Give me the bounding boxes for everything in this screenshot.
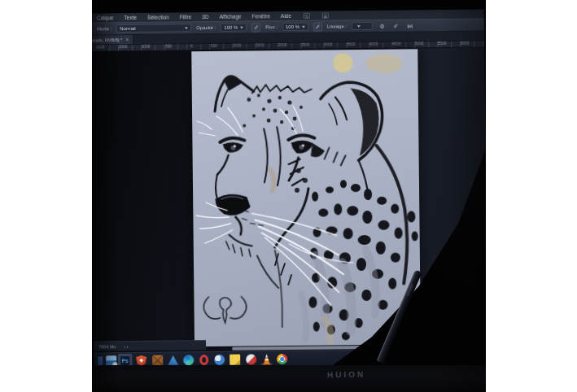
- blend-mode-dropdown[interactable]: Normal: [116, 24, 191, 33]
- brave-icon: [136, 355, 146, 366]
- ruler-tick-label: 500: [165, 44, 172, 48]
- monitor-bezel: HUION: [92, 365, 486, 392]
- wooden-crate-icon: [152, 355, 163, 366]
- ruler-tick-label: 2500: [301, 43, 310, 47]
- ruler-tick-label: 4500: [392, 42, 401, 46]
- smoothing-gear-icon[interactable]: ⚙: [378, 21, 387, 30]
- menu-pen-icon[interactable]: ✎: [304, 13, 310, 19]
- opera-icon[interactable]: [198, 354, 210, 366]
- chevron-down-icon: [357, 25, 361, 28]
- menu-item-1[interactable]: Texte: [124, 15, 137, 20]
- airbrush-icon[interactable]: ✐: [313, 22, 322, 31]
- blue-round-app-icon[interactable]: [213, 354, 225, 366]
- pen-pressure-opacity-icon[interactable]: ✐: [251, 23, 260, 32]
- symmetry-icon[interactable]: ⋈: [405, 21, 414, 30]
- opacity-field[interactable]: 100 %: [221, 24, 247, 32]
- status-nav-chevrons[interactable]: › ‹: [124, 344, 128, 349]
- ruler-tick-label: 500: [211, 44, 217, 48]
- menu-item-0[interactable]: Calque: [97, 15, 114, 20]
- sticky-notes-icon: [229, 355, 240, 365]
- blue-triangle-icon: [168, 355, 178, 365]
- smoothing-label: Lissage :: [327, 24, 347, 28]
- ruler-tick-label: 3500: [347, 42, 356, 46]
- ruler-tick-label: 1500: [256, 43, 264, 47]
- mode-label: Mode :: [97, 26, 111, 31]
- huion-logo: HUION: [327, 370, 365, 380]
- canvas-paper[interactable]: [191, 49, 421, 346]
- ruler-tick-label: 3000: [324, 42, 333, 46]
- document-tab[interactable]: étails, RVB/8) * ×: [92, 35, 133, 45]
- opera-icon: [199, 355, 208, 365]
- chrome-icon[interactable]: [276, 353, 288, 365]
- artist-signature-mark: [203, 297, 247, 324]
- menu-item-6[interactable]: Fenêtre: [251, 13, 269, 19]
- vlc-icon: [261, 354, 272, 364]
- flow-field[interactable]: 100 %: [282, 23, 308, 31]
- cheetah-artwork: [191, 49, 421, 346]
- red-shield-app-icon[interactable]: [245, 353, 257, 365]
- opacity-label: Opacité :: [196, 25, 216, 30]
- edge-icon: [183, 355, 194, 365]
- smoothing-field[interactable]: [352, 22, 373, 30]
- photographed-monitor: CalqueTexteSélectionFiltre3DAffichageFen…: [92, 0, 486, 392]
- menu-item-4[interactable]: 3D: [202, 14, 208, 20]
- close-icon[interactable]: ×: [125, 37, 129, 42]
- menu-share-icon[interactable]: ⧉: [322, 12, 329, 18]
- vlc-icon[interactable]: [260, 353, 273, 365]
- ruler-tick-label: 2000: [96, 45, 105, 49]
- blend-mode-value: Normal: [120, 26, 135, 31]
- menu-item-2[interactable]: Sélection: [147, 15, 169, 20]
- document-tab-title: étails, RVB/8) *: [92, 37, 122, 42]
- ruler-tick-label: 5000: [415, 41, 424, 46]
- ruler-tick-label: 2000: [278, 43, 287, 47]
- ruler-tick-label: 0: [190, 44, 193, 48]
- opacity-value: 100 %: [224, 25, 238, 30]
- ruler-tick-label: 6000: [461, 41, 470, 46]
- chevron-down-icon: [240, 26, 243, 28]
- chevron-down-icon: [185, 27, 188, 29]
- menu-item-7[interactable]: Aide: [281, 13, 291, 19]
- beige-smudge: [365, 54, 402, 74]
- ruler-tick-label: 5500: [438, 41, 447, 46]
- menu-item-3[interactable]: Filtre: [180, 14, 192, 20]
- chrome-icon: [277, 354, 287, 364]
- blue-round-app-icon: [214, 355, 225, 365]
- moon-paint-blob: [333, 53, 352, 72]
- flow-value: 100 %: [286, 24, 299, 29]
- ruler-tick-label: 4000: [369, 42, 378, 46]
- menu-item-5[interactable]: Affichage: [219, 14, 241, 20]
- status-bar: 7864 Mo › ‹: [94, 340, 206, 351]
- flow-label: Flux :: [265, 24, 278, 29]
- chevron-down-icon: [302, 25, 305, 28]
- ruler-tick-label: 1000: [142, 45, 151, 49]
- pen-pressure-size-icon[interactable]: ✐: [391, 21, 400, 30]
- document-size-text: 7864 Mo: [98, 344, 116, 349]
- ruler-tick-label: 1000: [233, 44, 242, 48]
- ruler-tick-label: 1500: [119, 45, 128, 49]
- red-shield-app-icon: [246, 354, 256, 364]
- sticky-notes-icon[interactable]: [229, 354, 241, 366]
